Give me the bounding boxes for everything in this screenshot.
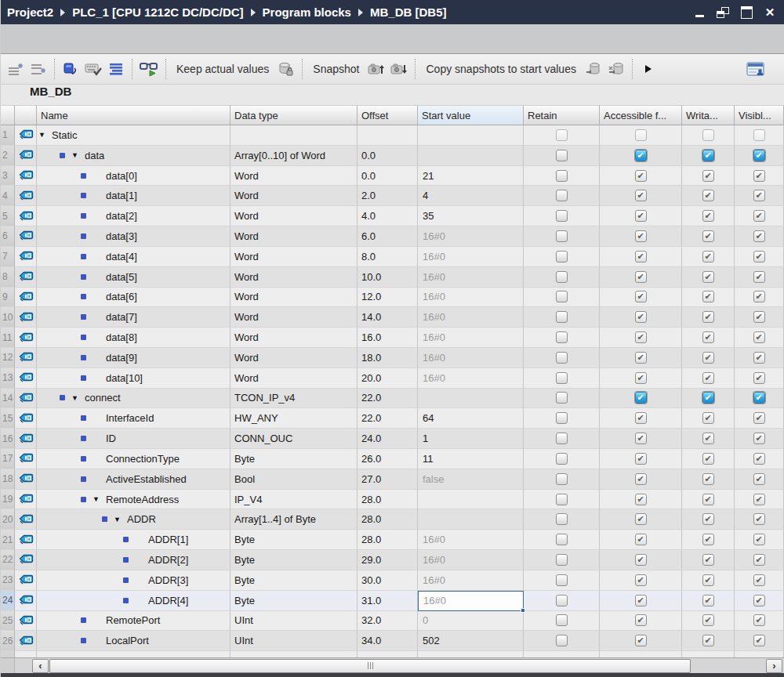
row-number[interactable]: 21 bbox=[1, 530, 15, 550]
monitor-icon[interactable] bbox=[138, 58, 160, 80]
interface-user-icon[interactable] bbox=[745, 58, 767, 80]
data-type-cell[interactable]: Word bbox=[230, 247, 358, 267]
start-value-cell[interactable]: 4 bbox=[418, 186, 524, 206]
row-number[interactable]: 10 bbox=[1, 307, 15, 328]
start-value-cell[interactable]: 16#0 bbox=[418, 247, 524, 267]
collapse-triangle-icon[interactable]: ▼ bbox=[38, 131, 52, 139]
name-cell[interactable]: ID bbox=[37, 429, 230, 449]
row-number[interactable]: 23 bbox=[1, 570, 15, 591]
data-type-cell[interactable]: Word bbox=[230, 206, 358, 226]
retain-checkbox[interactable] bbox=[556, 291, 568, 302]
cell-fill-handle[interactable] bbox=[521, 608, 525, 613]
start-value-cell[interactable]: false bbox=[418, 469, 524, 490]
name-cell[interactable]: ▼data bbox=[37, 146, 230, 166]
row-number[interactable]: 14 bbox=[1, 389, 15, 409]
scroll-right-button[interactable]: › bbox=[766, 659, 782, 673]
collapse-triangle-icon[interactable]: ▼ bbox=[71, 151, 85, 159]
data-type-cell[interactable]: Byte bbox=[230, 591, 358, 611]
row-number[interactable]: 11 bbox=[1, 328, 15, 348]
header-offset[interactable]: Offset bbox=[358, 105, 418, 125]
start-value-cell[interactable]: 16#0 bbox=[418, 348, 524, 368]
row-number[interactable]: 26 bbox=[1, 631, 15, 651]
accessible-checkbox[interactable] bbox=[635, 150, 647, 161]
visible-checkbox[interactable] bbox=[753, 150, 765, 161]
data-type-cell[interactable]: TCON_IP_v4 bbox=[230, 389, 358, 409]
row-number[interactable]: 8 bbox=[1, 267, 15, 288]
name-cell[interactable]: data[1] bbox=[37, 186, 230, 206]
snapshot-label[interactable]: Snapshot bbox=[308, 63, 364, 75]
start-value-cell[interactable]: 16#0 bbox=[418, 570, 524, 591]
start-value-cell[interactable]: 16#0 bbox=[418, 530, 524, 550]
breadcrumb-block[interactable]: MB_DB [DB5] bbox=[370, 5, 447, 19]
data-type-cell[interactable]: Byte bbox=[230, 550, 358, 570]
header-retain[interactable]: Retain bbox=[524, 105, 600, 125]
header-start-value[interactable]: Start value bbox=[418, 105, 524, 125]
data-type-cell[interactable]: Word bbox=[230, 226, 358, 247]
row-number[interactable]: 5 bbox=[1, 206, 15, 226]
name-cell[interactable]: ADDR[2] bbox=[37, 550, 230, 570]
start-value-cell[interactable]: 64 bbox=[418, 408, 524, 429]
data-type-cell[interactable]: Word bbox=[230, 328, 358, 348]
retain-checkbox[interactable] bbox=[556, 210, 568, 222]
name-cell[interactable]: ▼connect bbox=[37, 389, 230, 409]
name-cell[interactable]: ▼ADDR bbox=[37, 509, 230, 530]
start-value-cell[interactable]: 35 bbox=[418, 206, 524, 226]
retain-checkbox[interactable] bbox=[556, 271, 568, 283]
retain-checkbox[interactable] bbox=[556, 150, 568, 161]
name-cell[interactable]: data[7] bbox=[37, 307, 230, 328]
horizontal-scrollbar[interactable]: ‹ › bbox=[1, 657, 784, 673]
retain-checkbox[interactable] bbox=[556, 230, 568, 242]
snapshot-upload-icon[interactable] bbox=[366, 58, 387, 80]
accessible-checkbox[interactable] bbox=[635, 392, 647, 404]
retain-checkbox[interactable] bbox=[556, 433, 568, 444]
retain-checkbox[interactable] bbox=[556, 574, 568, 586]
name-cell[interactable]: InterfaceId bbox=[37, 408, 230, 429]
data-type-cell[interactable]: HW_ANY bbox=[230, 408, 358, 429]
toolbar-overflow-icon[interactable] bbox=[638, 58, 659, 80]
copy-snapshot-all-icon[interactable] bbox=[606, 58, 626, 80]
retain-checkbox[interactable] bbox=[556, 170, 568, 182]
start-value-cell[interactable]: 502 bbox=[418, 631, 524, 651]
copy-snapshots-label[interactable]: Copy snapshots to start values bbox=[421, 63, 580, 75]
retain-checkbox[interactable] bbox=[556, 190, 568, 201]
retain-checkbox[interactable] bbox=[556, 473, 568, 485]
start-value-cell[interactable] bbox=[418, 146, 524, 166]
retain-checkbox[interactable] bbox=[556, 412, 568, 424]
start-value-cell[interactable]: 0 bbox=[418, 611, 524, 632]
start-value-cell[interactable]: 1 bbox=[418, 429, 524, 449]
start-value-cell[interactable] bbox=[418, 509, 524, 530]
retain-checkbox[interactable] bbox=[556, 595, 568, 606]
name-cell[interactable]: RemotePort bbox=[37, 611, 230, 632]
minimize-button[interactable] bbox=[691, 6, 707, 19]
name-cell[interactable]: ConnectionType bbox=[37, 449, 230, 469]
row-number[interactable]: 22 bbox=[1, 550, 15, 570]
name-cell[interactable]: data[3] bbox=[37, 226, 230, 247]
start-value-cell[interactable] bbox=[418, 490, 524, 510]
start-value-cell[interactable]: 16#0 bbox=[418, 307, 524, 328]
collapse-triangle-icon[interactable]: ▼ bbox=[71, 394, 85, 402]
row-number[interactable]: 9 bbox=[1, 288, 15, 308]
breadcrumb-plc[interactable]: PLC_1 [CPU 1212C DC/DC/DC] bbox=[72, 5, 243, 19]
start-value-cell[interactable]: 16#0 bbox=[418, 328, 524, 348]
start-value-cell-selected[interactable]: 16#0 bbox=[418, 591, 524, 611]
add-row-icon[interactable] bbox=[28, 58, 49, 80]
row-number[interactable]: 6 bbox=[1, 226, 15, 247]
start-value-cell[interactable]: 16#0 bbox=[418, 226, 524, 247]
row-number[interactable]: 19 bbox=[1, 490, 15, 510]
start-value-cell[interactable]: 16#0 bbox=[418, 550, 524, 570]
row-number[interactable]: 1 bbox=[1, 125, 15, 146]
header-name[interactable]: Name bbox=[37, 105, 230, 125]
row-number[interactable]: 15 bbox=[1, 408, 15, 429]
keep-actual-values-icon[interactable] bbox=[276, 58, 296, 80]
row-number[interactable]: 4 bbox=[1, 186, 15, 206]
initialize-values-icon[interactable] bbox=[83, 58, 103, 80]
start-value-cell[interactable]: 16#0 bbox=[418, 267, 524, 288]
data-type-cell[interactable]: Word bbox=[230, 348, 358, 368]
data-type-cell[interactable]: IP_V4 bbox=[230, 490, 358, 510]
header-visible[interactable]: Visibl... bbox=[735, 105, 784, 125]
start-value-cell[interactable]: 21 bbox=[418, 166, 524, 186]
retain-checkbox[interactable] bbox=[556, 554, 568, 566]
row-number[interactable]: 7 bbox=[1, 247, 15, 267]
name-cell[interactable]: data[6] bbox=[37, 288, 230, 308]
data-type-cell[interactable]: Word bbox=[230, 267, 358, 288]
